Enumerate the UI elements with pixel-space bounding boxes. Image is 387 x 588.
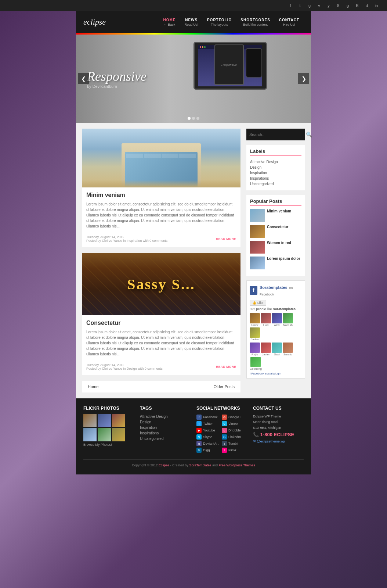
post-body-2: Consectetur Lorem ipsum dolor sit amet, … bbox=[82, 315, 240, 375]
nav-contact[interactable]: CONTACT Hire Us! bbox=[275, 15, 304, 29]
social-gg[interactable]: g bbox=[344, 2, 351, 9]
flickr-icon: f bbox=[222, 448, 227, 453]
nav-portfolio[interactable]: PORTFOLIO The layouts bbox=[203, 15, 236, 29]
footer-tag-list: Attractive Design Design Inspiration Ins… bbox=[140, 414, 191, 441]
social-bar: f t g v y 8 g B d in bbox=[0, 0, 387, 11]
footer-tag-2[interactable]: Design bbox=[140, 419, 191, 425]
footer-bottom: Copyright © 2012 Eclipse - Created by So… bbox=[83, 459, 304, 467]
social-twitter[interactable]: t bbox=[297, 2, 303, 9]
label-attractive[interactable]: Attractive Design bbox=[250, 159, 301, 165]
slider-dot-3[interactable] bbox=[196, 117, 199, 120]
flickr-thumb-5[interactable] bbox=[98, 428, 111, 441]
social-linkedin[interactable]: in LinkedIn bbox=[222, 434, 247, 440]
flickr-thumb-6[interactable] bbox=[112, 428, 125, 441]
popular-post-4[interactable]: Lorem ipsum dolor bbox=[250, 257, 301, 269]
popular-post-2[interactable]: Consectetur bbox=[250, 225, 301, 238]
social-facebook[interactable]: f Facebook bbox=[196, 414, 222, 420]
fb-footer: f Facebook social plugin bbox=[250, 372, 302, 375]
footer-flickr-col: Flickr Photos Browse My Photos! bbox=[83, 406, 134, 453]
post-meta-1: Tuesday, August 14, 2012 Posted by Cleir… bbox=[86, 232, 236, 243]
popular-post-3[interactable]: Women in red bbox=[250, 241, 301, 254]
slider-dot-2[interactable] bbox=[192, 117, 195, 120]
search-input[interactable] bbox=[246, 129, 303, 140]
social-youtube[interactable]: ▶ Youtube bbox=[196, 427, 222, 434]
label-design[interactable]: Design bbox=[250, 165, 301, 170]
popular-post-title-4: Lorem ipsum dolor bbox=[267, 257, 300, 261]
flickr-thumb-3[interactable] bbox=[112, 414, 125, 427]
post-image-sassy: Sassy S... bbox=[82, 253, 240, 315]
social-grid: f Facebook t Twitter ▶ Youtube S bbox=[196, 414, 247, 453]
fb-header: f Soratemplates on Facebook bbox=[250, 284, 302, 297]
fb-face-9 bbox=[283, 343, 293, 353]
fb-face-3 bbox=[272, 313, 282, 323]
fb-person-7: Javier bbox=[261, 343, 271, 356]
footer-eclipse-link[interactable]: Eclipse bbox=[159, 463, 169, 467]
social-vimeo[interactable]: v bbox=[316, 2, 322, 9]
pagination: Home Older Posts bbox=[82, 381, 240, 392]
flickr-thumb-2[interactable] bbox=[98, 414, 111, 427]
site-footer: Flickr Photos Browse My Photos! Tags Att… bbox=[76, 398, 311, 474]
post-meta-2: Tuesday, August 14, 2012 Posted by Cleir… bbox=[86, 360, 236, 370]
footer-sora-link[interactable]: SoraTemplates bbox=[189, 463, 211, 467]
flickr-thumb-4[interactable] bbox=[83, 428, 97, 441]
label-uncategorized[interactable]: Uncategorized bbox=[250, 181, 301, 187]
social-deviantart[interactable]: d DeviantArt bbox=[196, 440, 222, 447]
nav-news[interactable]: NEWS Read Us! bbox=[180, 15, 203, 29]
social-8tracks[interactable]: 8 bbox=[335, 2, 341, 9]
social-googleplus[interactable]: G Google + bbox=[222, 414, 247, 420]
nav-home[interactable]: HOME ← Back bbox=[159, 15, 180, 29]
facebook-icon: f bbox=[196, 415, 202, 420]
hero-title: Responsive bbox=[87, 69, 147, 84]
post-author-1: Posted by Cleirvo Yance in Inspiration w… bbox=[86, 239, 167, 243]
flickr-title: Flickr Photos bbox=[83, 406, 134, 411]
social-dribbble[interactable]: b Dribbble bbox=[222, 427, 247, 434]
read-more-1[interactable]: READ MORE bbox=[216, 237, 236, 241]
search-button[interactable]: 🔍 bbox=[303, 129, 315, 140]
fb-like-button[interactable]: 👍 Like bbox=[250, 300, 266, 306]
contact-email[interactable]: ✉ @eclipsetheme.wp bbox=[253, 439, 304, 444]
label-inspiration[interactable]: Inspiration bbox=[250, 170, 301, 176]
social-dribbble[interactable]: d bbox=[364, 2, 370, 9]
footer-tag-5[interactable]: Uncategorized bbox=[140, 436, 191, 441]
slider-dot-1[interactable] bbox=[188, 117, 191, 120]
post-date-author-2: Tuesday, August 14, 2012 Posted by Cleir… bbox=[86, 363, 163, 370]
social-skype[interactable]: S Skype bbox=[196, 434, 222, 440]
social-linkedin[interactable]: in bbox=[373, 2, 380, 9]
social-behance[interactable]: B bbox=[354, 2, 361, 9]
slider-prev[interactable]: ❮ bbox=[78, 73, 89, 84]
flickr-thumb-1[interactable] bbox=[83, 414, 97, 427]
fb-person-6: Rajiv bbox=[250, 343, 260, 356]
footer-contact-col: Contact us Eclipse WP Theme Moon rising … bbox=[253, 406, 304, 453]
popular-post-1[interactable]: Minim veniam bbox=[250, 209, 301, 222]
footer-tag-4[interactable]: Inspirations bbox=[140, 430, 191, 436]
label-inspirations[interactable]: Inspirations bbox=[250, 176, 301, 181]
nav-shortcodes[interactable]: SHORTCODES Build the content bbox=[236, 15, 275, 29]
site-logo[interactable]: eclipse bbox=[83, 17, 106, 27]
flickr-grid bbox=[83, 414, 134, 441]
flickr-browse[interactable]: Browse My Photos! bbox=[83, 443, 134, 447]
popular-title: Popular Posts bbox=[250, 198, 301, 206]
fb-face-4 bbox=[283, 313, 293, 323]
social-tumblr[interactable]: t Tumblr bbox=[222, 440, 247, 447]
social-flickr[interactable]: f Flickr bbox=[222, 447, 247, 453]
pagination-older[interactable]: Older Posts bbox=[214, 384, 235, 389]
post-date-2: Tuesday, August 14, 2012 bbox=[86, 363, 163, 367]
footer-wp-link[interactable]: Free Wordpress Themes bbox=[219, 463, 255, 467]
tumblr-icon: t bbox=[222, 441, 227, 446]
pagination-home[interactable]: Home bbox=[88, 384, 98, 389]
social-facebook[interactable]: f bbox=[287, 2, 294, 9]
phone-mockup bbox=[246, 48, 262, 78]
social-youtube[interactable]: y bbox=[325, 2, 332, 9]
fb-face-8 bbox=[272, 343, 282, 353]
footer-tag-3[interactable]: Inspiration bbox=[140, 425, 191, 430]
social-googleplus[interactable]: g bbox=[306, 2, 313, 9]
footer-top: Flickr Photos Browse My Photos! Tags Att… bbox=[83, 406, 304, 453]
social-digg[interactable]: D Digg bbox=[196, 447, 222, 453]
footer-tag-1[interactable]: Attractive Design bbox=[140, 414, 191, 419]
slider-next[interactable]: ❯ bbox=[298, 73, 309, 84]
social-vimeo[interactable]: V Vimeo bbox=[222, 420, 247, 427]
facebook-widget: f Soratemplates on Facebook 👍 Like 822 p… bbox=[246, 280, 305, 379]
fb-face-5 bbox=[250, 327, 260, 338]
social-twitter[interactable]: t Twitter bbox=[196, 420, 222, 427]
read-more-2[interactable]: READ MORE bbox=[216, 365, 236, 369]
